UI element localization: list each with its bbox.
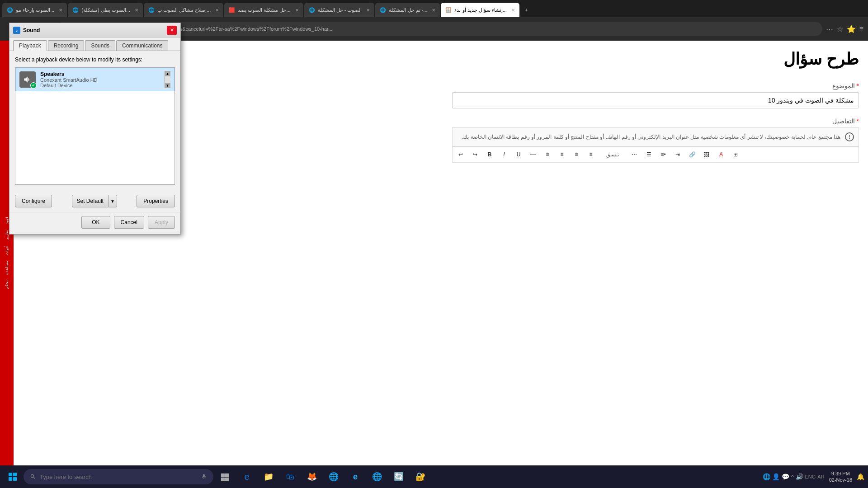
taskbar-task-view[interactable] — [215, 467, 235, 487]
sidebar-item-1[interactable]: قيود — [5, 215, 9, 226]
tb-indent[interactable]: ⇥ — [671, 149, 684, 160]
privacy-text: هذا مجتمع عام. لحماية خصوصيتك، لا تنشر أ… — [462, 134, 840, 140]
tb-underline[interactable]: U — [512, 149, 525, 160]
network-icon[interactable]: 🌐 — [763, 473, 770, 480]
notification-icon[interactable]: 🔔 — [857, 473, 864, 480]
taskbar-people-icon[interactable]: 👤 — [772, 473, 780, 480]
tab-4-close[interactable]: ✕ — [295, 8, 299, 13]
clock-date: 02-Nov-18 — [829, 477, 852, 483]
tab-3-close[interactable]: ✕ — [215, 8, 219, 13]
sidebar-item-2[interactable]: تقارير — [5, 228, 9, 242]
tb-align-left[interactable]: ≡ — [570, 149, 583, 160]
dialog-instruction: Select a playback device below to modify… — [15, 56, 175, 63]
configure-button[interactable]: Configure — [15, 195, 52, 207]
taskbar-fingerprint[interactable]: 🔐 — [410, 467, 430, 487]
tb-justify[interactable]: ≡ — [585, 149, 597, 160]
tb-redo[interactable]: ↪ — [469, 149, 481, 160]
tb-align-center[interactable]: ≡ — [541, 149, 554, 160]
taskbar-store[interactable]: 🛍 — [280, 467, 300, 487]
dialog-close-button[interactable]: ✕ — [167, 26, 177, 35]
device-driver: Conexant SmartAudio HD — [40, 77, 160, 83]
tab-2-close[interactable]: ✕ — [135, 8, 138, 13]
details-required-marker: * — [857, 117, 859, 125]
clock-time: 9:39 PM — [829, 470, 852, 477]
taskbar-browser2[interactable]: 🌐 — [367, 467, 387, 487]
chevron-icon[interactable]: ^ — [791, 474, 793, 479]
taskbar-ie[interactable]: e — [237, 467, 257, 487]
search-input[interactable] — [40, 474, 197, 480]
tab-7-label: إنشاء سؤال جديد أو بدء... — [454, 7, 506, 13]
time-display[interactable]: 9:39 PM 02-Nov-18 — [826, 469, 855, 484]
tab-1-favicon: 🌐 — [7, 7, 13, 13]
tb-strikethrough[interactable]: — — [527, 149, 539, 160]
taskbar-action-center[interactable]: 💬 — [782, 473, 789, 480]
sidebar-item-5[interactable]: تحكم — [5, 278, 9, 291]
bookmark-icon[interactable]: ☆ — [837, 25, 843, 33]
tab-5[interactable]: 🌐 الصوت - حل المشكلة ✕ — [304, 3, 375, 17]
keyboard-icon: ENG — [805, 474, 816, 479]
tab-playback[interactable]: Playback — [13, 40, 47, 51]
tb-ul[interactable]: •≡ — [657, 149, 670, 160]
tb-color[interactable]: A — [715, 149, 727, 160]
microphone-icon[interactable] — [201, 474, 207, 480]
tb-align-right[interactable]: ≡ — [556, 149, 568, 160]
device-icon-wrap: ✓ — [19, 71, 36, 88]
menu-icon[interactable]: ≡ — [859, 25, 863, 33]
taskbar-edge[interactable]: e — [345, 467, 365, 487]
tab-7-close[interactable]: ✕ — [511, 8, 515, 13]
tab-recording[interactable]: Recording — [48, 40, 85, 51]
tab-sounds[interactable]: Sounds — [85, 40, 115, 51]
sidebar-item-4[interactable]: مساعدة — [5, 259, 9, 277]
tab-7-active[interactable]: 🪟 إنشاء سؤال جديد أو بدء... ✕ — [441, 3, 519, 17]
device-list: ✓ Speakers Conexant SmartAudio HD Defaul… — [15, 67, 175, 185]
tb-ol[interactable]: ☰ — [642, 149, 655, 160]
scrollbar-up[interactable]: ▲ — [165, 71, 170, 76]
cancel-button[interactable]: Cancel — [114, 216, 144, 229]
tb-undo[interactable]: ↩ — [454, 149, 467, 160]
tb-table[interactable]: ⊞ — [729, 149, 742, 160]
tb-link[interactable]: 🔗 — [686, 149, 698, 160]
ok-button[interactable]: OK — [81, 216, 110, 229]
tb-image[interactable]: 🖼 — [700, 149, 713, 160]
tb-bold[interactable]: B — [483, 149, 496, 160]
taskbar-firefox[interactable]: 🦊 — [302, 467, 322, 487]
volume-icon[interactable]: 🔊 — [796, 473, 803, 480]
device-item-speakers[interactable]: ✓ Speakers Conexant SmartAudio HD Defaul… — [15, 68, 175, 91]
tab-2[interactable]: 🌐 (مشكلة) الصوت بطي... ✕ — [68, 3, 143, 17]
windows-logo — [9, 473, 17, 481]
tab-6[interactable]: 🌐 تم حل المشكلة -... ✕ — [375, 3, 440, 17]
tb-format[interactable]: تنسيق — [599, 149, 626, 160]
tab-communications[interactable]: Communications — [116, 40, 168, 51]
extensions-icon: ⋯ — [826, 25, 833, 33]
set-default-arrow[interactable]: ▼ — [108, 195, 117, 207]
privacy-note: ! هذا مجتمع عام. لحماية خصوصيتك، لا تنشر… — [452, 127, 859, 146]
tab-4-label: حل مشكلة الصوت يصد... — [238, 7, 290, 13]
dialog-titlebar: ♪ Sound ✕ — [9, 23, 180, 38]
subject-input[interactable] — [452, 92, 859, 108]
sidebar-item-3[interactable]: أدوات — [5, 244, 9, 257]
sound-dialog-icon: ♪ — [13, 27, 20, 34]
taskbar-explorer[interactable]: 📁 — [259, 467, 278, 487]
tab-1-close[interactable]: ✕ — [59, 8, 62, 13]
tab-5-close[interactable]: ✕ — [366, 8, 370, 13]
tab-6-close[interactable]: ✕ — [432, 8, 435, 13]
tab-3[interactable]: 🌐 إصلاح مشاكل الصوت ب... ✕ — [144, 3, 223, 17]
taskbar-chrome[interactable]: 🌐 — [324, 467, 344, 487]
tab-1[interactable]: 🌐 الصوت بإرخاء مو... ✕ — [2, 3, 67, 17]
scrollbar-down[interactable]: ▼ — [165, 83, 170, 88]
apply-button[interactable]: Apply — [148, 216, 175, 229]
tb-more[interactable]: ⋯ — [628, 149, 641, 160]
new-tab-button[interactable]: + — [520, 3, 532, 17]
required-marker: * — [857, 82, 859, 89]
tab-4[interactable]: 🟥 حل مشكلة الصوت يصد... ✕ — [224, 3, 303, 17]
properties-button[interactable]: Properties — [137, 195, 175, 207]
start-button[interactable] — [4, 468, 22, 486]
star-icon[interactable]: ⭐ — [847, 25, 856, 33]
tab-3-favicon: 🌐 — [148, 7, 155, 13]
taskbar-search[interactable] — [24, 469, 213, 484]
taskbar-refresh[interactable]: 🔄 — [389, 467, 409, 487]
dialog-bottom-buttons: OK Cancel Apply — [9, 212, 180, 234]
set-default-button[interactable]: Set Default — [72, 195, 108, 207]
tb-italic[interactable]: I — [498, 149, 510, 160]
set-default-group: Set Default ▼ — [72, 195, 117, 207]
